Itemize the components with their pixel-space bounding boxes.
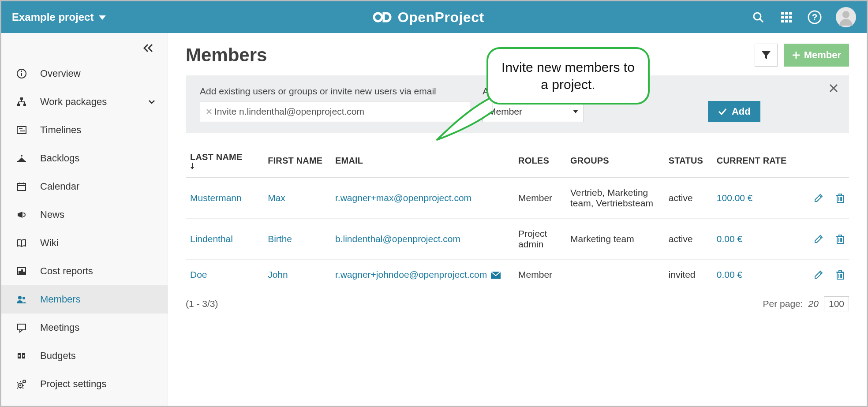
cell-status: active — [664, 178, 712, 219]
sidebar-item-timelines[interactable]: Timelines — [1, 116, 168, 144]
backlogs-icon — [15, 153, 28, 164]
sidebar-item-label: Overview — [40, 68, 81, 79]
help-icon[interactable]: ? — [808, 10, 822, 24]
invite-users-label: Add existing users or groups or invite n… — [200, 86, 471, 97]
chip-remove-icon[interactable] — [206, 109, 212, 114]
sidebar-item-budgets[interactable]: Budgets — [1, 342, 168, 370]
cell-email: r.wagner+max@openproject.com — [331, 178, 514, 219]
chevron-down-icon — [148, 99, 155, 105]
cell-groups — [566, 260, 664, 290]
svg-point-1 — [374, 13, 382, 21]
edit-button[interactable] — [814, 270, 823, 280]
per-page-label: Per page: — [763, 299, 803, 309]
user-invite-input[interactable]: Invite n.lindenthal@openproject.com — [200, 101, 471, 122]
col-status[interactable]: STATUS — [664, 146, 712, 178]
sidebar-item-meetings[interactable]: Meetings — [1, 314, 168, 342]
cell-rate[interactable]: 0.00 € — [712, 260, 797, 290]
edit-button[interactable] — [814, 234, 823, 244]
brand-text: OpenProject — [398, 9, 484, 26]
topbar-right: ? — [751, 7, 856, 27]
timelines-icon — [15, 125, 28, 135]
svg-rect-12 — [789, 20, 792, 22]
info-icon — [15, 68, 28, 79]
svg-point-49 — [23, 355, 25, 357]
per-page-current: 20 — [808, 299, 819, 309]
brand-logo: OpenProject — [373, 9, 484, 26]
sidebar-item-label: Budgets — [40, 350, 76, 362]
chip-text: Invite n.lindenthal@openproject.com — [214, 106, 364, 117]
cell-first-name[interactable]: Max — [263, 178, 331, 219]
filter-button[interactable] — [755, 44, 778, 67]
apps-grid-icon[interactable] — [779, 10, 793, 24]
sidebar: Overview Work packages Timelines Backlog… — [1, 33, 168, 406]
sidebar-collapse-button[interactable] — [1, 37, 168, 60]
sidebar-item-members[interactable]: Members — [1, 285, 168, 314]
delete-button[interactable] — [836, 234, 845, 244]
add-button[interactable]: Add — [708, 101, 760, 122]
hierarchy-icon — [15, 97, 28, 107]
sidebar-item-label: News — [40, 209, 64, 220]
chevron-down-icon — [99, 15, 106, 20]
sidebar-item-label: Backlogs — [40, 153, 79, 164]
cell-rate[interactable]: 0.00 € — [712, 219, 797, 260]
cell-last-name[interactable]: Mustermann — [186, 178, 263, 219]
invite-chip: Invite n.lindenthal@openproject.com — [204, 105, 367, 119]
trash-icon — [836, 270, 845, 280]
cell-first-name[interactable]: Birthe — [263, 219, 331, 260]
email-link[interactable]: r.wagner+johndoe@openproject.com — [335, 269, 487, 280]
pagination-range: (1 - 3/3) — [186, 299, 218, 309]
col-first-name[interactable]: FIRST NAME — [263, 146, 331, 178]
sidebar-item-work-packages[interactable]: Work packages — [1, 88, 168, 116]
cell-last-name[interactable]: Lindenthal — [186, 219, 263, 260]
delete-button[interactable] — [836, 270, 845, 280]
sidebar-item-calendar[interactable]: Calendar — [1, 172, 168, 201]
svg-point-44 — [22, 297, 25, 299]
col-email[interactable]: EMAIL — [331, 146, 514, 178]
svg-rect-45 — [18, 324, 26, 330]
sidebar-item-overview[interactable]: Overview — [1, 60, 168, 88]
svg-rect-42 — [23, 272, 25, 274]
svg-rect-10 — [781, 20, 784, 22]
close-panel-button[interactable] — [829, 83, 838, 93]
add-member-button[interactable]: Member — [784, 44, 849, 67]
cell-first-name[interactable]: John — [263, 260, 331, 290]
col-rate[interactable]: CURRENT RATE — [712, 146, 797, 178]
col-last-name[interactable]: LAST NAME — [186, 146, 263, 178]
col-roles[interactable]: ROLES — [514, 146, 566, 178]
cell-roles: Member — [514, 260, 566, 290]
edit-button[interactable] — [814, 193, 823, 203]
pencil-icon — [814, 193, 823, 203]
email-link[interactable]: r.wagner+max@openproject.com — [335, 193, 471, 203]
mail-icon[interactable] — [490, 271, 501, 279]
sidebar-item-label: Cost reports — [40, 265, 93, 277]
add-button-label: Add — [732, 106, 751, 117]
sidebar-item-label: Timelines — [40, 124, 81, 136]
per-page-option-100[interactable]: 100 — [824, 296, 849, 311]
svg-rect-26 — [17, 127, 26, 134]
cell-status: active — [664, 219, 712, 260]
sidebar-item-label: Meetings — [40, 322, 79, 333]
page-title: Members — [186, 45, 267, 66]
cell-rate[interactable]: 100.00 € — [712, 178, 797, 219]
sidebar-item-news[interactable]: News — [1, 201, 168, 229]
search-icon[interactable] — [751, 10, 765, 24]
cell-roles: Project admin — [514, 219, 566, 260]
sidebar-item-project-settings[interactable]: Project settings — [1, 370, 168, 398]
sidebar-item-label: Members — [40, 294, 81, 305]
project-selector[interactable]: Example project — [12, 11, 106, 23]
user-avatar[interactable] — [836, 7, 856, 27]
svg-point-43 — [18, 296, 22, 299]
cell-roles: Member — [514, 178, 566, 219]
cell-last-name[interactable]: Doe — [186, 260, 263, 290]
sidebar-item-cost-reports[interactable]: Cost reports — [1, 257, 168, 285]
svg-point-52 — [23, 380, 26, 383]
email-link[interactable]: b.lindenthal@openproject.com — [335, 234, 460, 244]
chevron-double-left-icon — [143, 44, 153, 52]
delete-button[interactable] — [836, 193, 845, 203]
sidebar-item-backlogs[interactable]: Backlogs — [1, 144, 168, 172]
svg-rect-66 — [839, 194, 842, 195]
col-groups[interactable]: GROUPS — [566, 146, 664, 178]
openproject-logo-icon — [373, 10, 393, 25]
sidebar-item-wiki[interactable]: Wiki — [1, 229, 168, 257]
filter-icon — [761, 50, 771, 60]
